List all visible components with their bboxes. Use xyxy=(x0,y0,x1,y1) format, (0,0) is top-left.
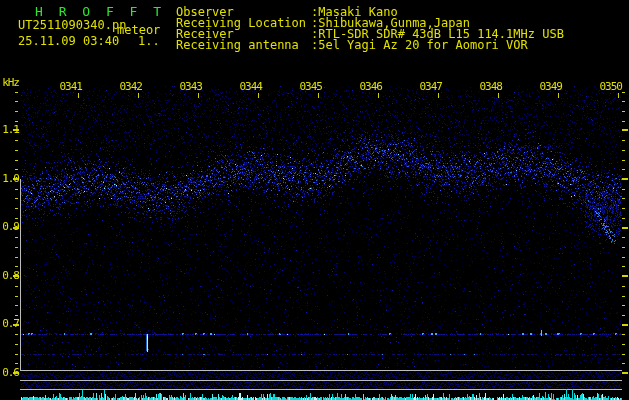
datetime-text: 25.11.09 03:40 xyxy=(18,35,119,47)
time-tick-label-0341: 0341 xyxy=(52,81,82,92)
time-tick-label-0345: 0345 xyxy=(292,81,322,92)
field-value-receiving-antenna: :5el Yagi Az 20 for Aomori VOR xyxy=(311,39,528,51)
time-tick-label-0348: 0348 xyxy=(472,81,502,92)
time-tick-label-0342: 0342 xyxy=(112,81,142,92)
freq-tick-label-1.0: 1.0 xyxy=(0,173,19,184)
field-label-receiving-antenna: Receiving antenna xyxy=(176,39,299,51)
spectrogram-canvas xyxy=(0,0,629,400)
freq-tick-label-0.7: 0.7 xyxy=(0,318,19,329)
time-tick-label-0349: 0349 xyxy=(532,81,562,92)
freq-tick-label-0.8: 0.8 xyxy=(0,270,19,281)
freq-axis-unit: kHz xyxy=(0,77,19,88)
time-tick-label-0343: 0343 xyxy=(172,81,202,92)
time-tick-label-0347: 0347 xyxy=(412,81,442,92)
hrofft-window: H R O F F T UT2511090340.pn meteor 25.11… xyxy=(0,0,629,400)
time-tick-label-0346: 0346 xyxy=(352,81,382,92)
freq-tick-label-1.1: 1.1 xyxy=(0,124,19,135)
echo-counter: 1.. xyxy=(138,35,160,47)
app-title: H R O F F T xyxy=(35,6,165,18)
filename-text: UT2511090340.pn xyxy=(18,19,126,31)
freq-tick-label-0.6: 0.6 xyxy=(0,367,19,378)
time-tick-label-0344: 0344 xyxy=(232,81,262,92)
time-tick-label-0350: 0350 xyxy=(592,81,622,92)
freq-tick-label-0.9: 0.9 xyxy=(0,221,19,232)
